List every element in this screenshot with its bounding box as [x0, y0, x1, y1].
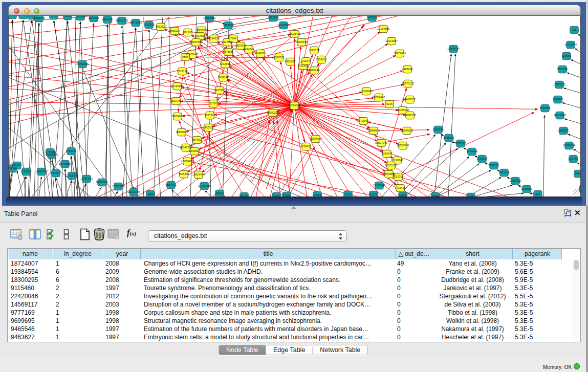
svg-text:114519: 114519 [51, 171, 60, 174]
svg-text:1065: 1065 [64, 16, 71, 17]
svg-text:1903: 1903 [51, 16, 57, 17]
svg-text:12213967: 12213967 [385, 39, 398, 42]
svg-text:116753: 116753 [569, 157, 578, 160]
svg-text:20691406: 20691406 [33, 16, 45, 19]
svg-text:7546: 7546 [230, 37, 236, 40]
svg-text:18807249: 18807249 [375, 141, 387, 144]
svg-text:12505135: 12505135 [66, 174, 78, 177]
svg-text:2803144: 2803144 [218, 76, 229, 79]
svg-text:10719155: 10719155 [116, 19, 128, 22]
svg-text:929961: 929961 [562, 54, 571, 57]
svg-text:10654112: 10654112 [509, 179, 521, 182]
svg-text:2867608: 2867608 [235, 44, 246, 47]
svg-text:19975887: 19975887 [59, 162, 71, 165]
svg-text:19756928: 19756928 [397, 144, 409, 147]
svg-text:391540: 391540 [9, 167, 17, 170]
svg-text:7357234: 7357234 [223, 24, 234, 27]
svg-text:8454749: 8454749 [244, 48, 254, 51]
svg-text:9227542: 9227542 [557, 68, 568, 71]
svg-text:13654923: 13654923 [401, 129, 413, 132]
svg-text:10807447: 10807447 [373, 96, 385, 99]
svg-text:887831: 887831 [192, 138, 202, 141]
svg-text:8215955: 8215955 [540, 106, 551, 110]
svg-text:9896: 9896 [182, 55, 188, 58]
svg-text:1362615: 1362615 [298, 64, 309, 67]
svg-text:13495750: 13495750 [404, 114, 416, 117]
svg-text:9327503: 9327503 [195, 34, 206, 37]
svg-text:12213303: 12213303 [171, 84, 183, 87]
svg-text:12923449: 12923449 [127, 190, 140, 193]
svg-text:9857791: 9857791 [166, 183, 177, 186]
svg-text:8322037: 8322037 [285, 60, 296, 63]
svg-text:24041: 24041 [432, 194, 440, 197]
svg-text:111: 111 [572, 28, 576, 31]
svg-text:9146821: 9146821 [255, 52, 266, 55]
svg-text:21221: 21221 [344, 193, 352, 196]
svg-text:17366: 17366 [283, 194, 291, 197]
svg-text:7625402: 7625402 [179, 172, 189, 176]
svg-text:8938925: 8938925 [444, 136, 454, 139]
svg-text:1588520: 1588520 [274, 56, 285, 59]
svg-text:84733: 84733 [241, 194, 248, 197]
svg-text:485061: 485061 [12, 164, 21, 167]
svg-text:9463627: 9463627 [405, 98, 416, 101]
svg-text:14055724: 14055724 [9, 16, 18, 16]
svg-text:13716485: 13716485 [198, 184, 210, 187]
svg-text:7632621: 7632621 [489, 164, 499, 167]
svg-text:2935114: 2935114 [477, 157, 488, 160]
svg-text:1527602: 1527602 [89, 16, 99, 19]
svg-text:1739924: 1739924 [66, 149, 77, 152]
svg-text:18724007: 18724007 [288, 104, 300, 107]
svg-text:1493822: 1493822 [189, 149, 200, 152]
svg-text:8186328: 8186328 [209, 37, 220, 40]
svg-text:19384554: 19384554 [310, 137, 322, 140]
svg-text:7955812: 7955812 [316, 58, 327, 61]
svg-text:6216: 6216 [386, 102, 393, 105]
svg-text:104: 104 [536, 192, 540, 195]
svg-text:12037: 12037 [302, 59, 310, 62]
svg-text:15692971: 15692971 [557, 129, 570, 132]
svg-text:3875685: 3875685 [223, 50, 234, 53]
svg-text:33845: 33845 [302, 145, 310, 148]
svg-text:13975125: 13975125 [402, 82, 414, 85]
svg-text:2687682: 2687682 [367, 16, 378, 19]
svg-text:10025438: 10025438 [397, 108, 409, 112]
svg-text:20053346: 20053346 [76, 62, 89, 65]
svg-text:10154808: 10154808 [377, 27, 389, 30]
svg-text:7485063: 7485063 [402, 68, 413, 71]
svg-text:94523: 94523 [216, 192, 224, 195]
svg-text:1244415: 1244415 [553, 98, 563, 101]
svg-text:2718129: 2718129 [177, 70, 188, 73]
svg-text:19654963: 19654963 [171, 115, 184, 118]
svg-text:9450: 9450 [575, 172, 580, 175]
svg-text:1435316: 1435316 [203, 126, 214, 129]
svg-text:1156829: 1156829 [21, 170, 32, 173]
svg-text:15751074: 15751074 [564, 43, 577, 46]
svg-text:8813054: 8813054 [268, 16, 279, 19]
svg-text:9474444: 9474444 [467, 150, 477, 153]
svg-text:8990444: 8990444 [309, 69, 320, 72]
svg-text:6879197: 6879197 [455, 142, 466, 145]
svg-text:9245052: 9245052 [521, 187, 532, 190]
svg-text:8427552: 8427552 [214, 89, 225, 92]
svg-text:10245454: 10245454 [360, 90, 373, 93]
svg-text:16782759: 16782759 [112, 185, 124, 188]
svg-text:9184047: 9184047 [382, 152, 393, 155]
svg-text:10688609: 10688609 [367, 129, 380, 132]
svg-text:3267110: 3267110 [205, 114, 215, 117]
svg-text:1731426: 1731426 [395, 186, 406, 189]
svg-text:16120746: 16120746 [391, 159, 403, 162]
svg-text:13226058: 13226058 [195, 29, 208, 32]
svg-text:93113: 93113 [314, 193, 321, 196]
svg-text:2069140: 2069140 [18, 16, 29, 16]
svg-text:173599: 173599 [46, 150, 55, 154]
svg-text:12218506: 12218506 [277, 24, 290, 27]
svg-text:17957223: 17957223 [80, 177, 93, 180]
svg-text:16671355: 16671355 [129, 21, 142, 24]
svg-text:10973493: 10973493 [394, 52, 406, 55]
svg-text:7663822: 7663822 [156, 25, 166, 28]
svg-text:14136141: 14136141 [373, 184, 385, 187]
svg-text:1096175: 1096175 [309, 49, 320, 52]
svg-text:19958117: 19958117 [96, 181, 108, 184]
svg-text:1640935: 1640935 [433, 128, 444, 131]
